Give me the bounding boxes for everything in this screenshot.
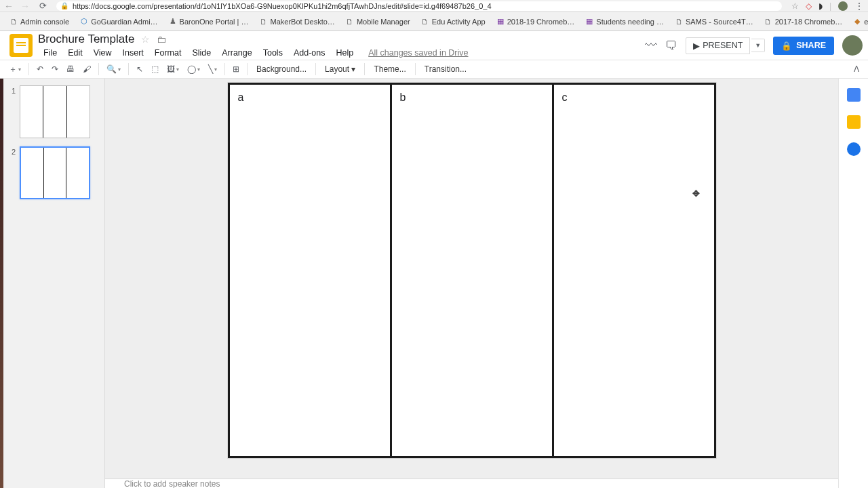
- play-icon: ▶: [693, 41, 700, 51]
- menu-insert[interactable]: Insert: [117, 47, 149, 59]
- slide-column-c[interactable]: c: [554, 85, 714, 456]
- background-button[interactable]: Background...: [252, 62, 311, 76]
- side-panel: [838, 79, 868, 488]
- select-tool[interactable]: ↖: [133, 62, 146, 76]
- page-icon: 🗋: [9, 18, 18, 26]
- layout-button[interactable]: Layout ▾: [320, 62, 360, 76]
- thumb-number: 2: [9, 146, 16, 156]
- transition-button[interactable]: Transition...: [420, 62, 471, 76]
- present-button[interactable]: ▶PRESENT: [686, 37, 750, 54]
- shield-icon: ⬡: [80, 18, 88, 26]
- page-icon: ◆: [853, 18, 861, 26]
- bookmark-item[interactable]: ▦2018-19 Chromeb…: [492, 16, 579, 27]
- move-cursor-icon: ✥: [692, 188, 700, 199]
- lock-icon: 🔒: [60, 2, 68, 9]
- menu-tools[interactable]: Tools: [258, 47, 288, 59]
- lock-icon: 🔒: [781, 41, 792, 51]
- thumb-item[interactable]: 1: [9, 85, 99, 138]
- slide[interactable]: a b c: [228, 83, 716, 458]
- filmstrip[interactable]: 1 2: [3, 79, 105, 488]
- bookmark-bar: 🗋Admin console ⬡GoGuardian Admi… ♟BaronO…: [0, 12, 868, 31]
- url-text: https://docs.google.com/presentation/d/1…: [73, 2, 492, 10]
- bookmark-item[interactable]: 🗋MakerBot Deskto…: [256, 16, 339, 27]
- speaker-notes-placeholder: Click to add speaker notes: [124, 479, 220, 489]
- doc-title[interactable]: Brochure Template: [38, 33, 134, 46]
- back-button[interactable]: ←: [4, 1, 14, 11]
- app-header: Brochure Template ☆ 🗀 File Edit View Ins…: [0, 31, 868, 60]
- reload-button[interactable]: ⟳: [39, 1, 47, 11]
- slide-column-b[interactable]: b: [392, 85, 554, 456]
- folder-icon[interactable]: 🗀: [157, 34, 166, 45]
- menu-edit[interactable]: Edit: [62, 47, 88, 59]
- redo-button[interactable]: ↷: [48, 62, 62, 76]
- save-status[interactable]: All changes saved in Drive: [363, 47, 473, 59]
- ext-icon-2[interactable]: ◗: [818, 1, 823, 11]
- body: 1 2 a b c ✥ Click to add speaker notes: [0, 79, 868, 488]
- bookmark-item[interactable]: 🗋Mobile Manager: [342, 16, 414, 27]
- star-icon[interactable]: ☆: [791, 1, 799, 11]
- ext-sep: |: [829, 1, 831, 11]
- toolbar: ＋▾ ↶ ↷ 🖶 🖌 🔍▾ ↖ ⬚ 🖼▾ ◯▾ ╲▾ ⊞ Background.…: [0, 60, 868, 79]
- menu-icon[interactable]: ⋮: [854, 1, 864, 12]
- bookmark-item[interactable]: ▦Students needing …: [581, 16, 668, 27]
- page-icon: 🗋: [675, 18, 683, 26]
- url-bar[interactable]: 🔒 https://docs.google.com/presentation/d…: [56, 1, 782, 11]
- new-slide-button[interactable]: ＋▾: [5, 62, 24, 77]
- star-icon[interactable]: ☆: [141, 34, 150, 45]
- bookmark-item[interactable]: ◆eCampus: Home: [849, 16, 868, 27]
- present-button-group: ▶PRESENT ▼: [686, 37, 765, 54]
- textbox-tool[interactable]: ⬚: [148, 62, 162, 76]
- page-icon: 🗋: [346, 18, 354, 26]
- profile-avatar[interactable]: [838, 1, 848, 11]
- bookmark-item[interactable]: 🗋Edu Activity App: [417, 16, 490, 27]
- line-tool[interactable]: ╲▾: [205, 62, 220, 76]
- print-button[interactable]: 🖶: [63, 62, 78, 76]
- ext-icon-1[interactable]: ◇: [806, 1, 812, 11]
- sheet-icon: ▦: [496, 18, 505, 26]
- sheet-icon: ▦: [585, 18, 593, 26]
- calendar-icon[interactable]: [847, 88, 861, 102]
- activity-icon[interactable]: 〰: [645, 39, 657, 53]
- nav-arrows: ← →: [4, 1, 30, 11]
- account-avatar[interactable]: [842, 35, 863, 56]
- theme-button[interactable]: Theme...: [369, 62, 410, 76]
- bookmark-item[interactable]: 🗋Admin console: [5, 16, 73, 27]
- bookmark-item[interactable]: ♟BaronOne Portal | …: [165, 16, 253, 27]
- menu-addons[interactable]: Add-ons: [288, 47, 331, 59]
- zoom-button[interactable]: 🔍▾: [103, 62, 124, 76]
- comment-tool[interactable]: ⊞: [229, 62, 243, 76]
- menu-help[interactable]: Help: [330, 47, 359, 59]
- shape-tool[interactable]: ◯▾: [184, 62, 203, 76]
- image-tool[interactable]: 🖼▾: [163, 62, 182, 76]
- tasks-icon[interactable]: [847, 142, 861, 156]
- canvas[interactable]: a b c ✥ Click to add speaker notes: [105, 79, 838, 488]
- slide-thumbnail-1[interactable]: [20, 85, 90, 138]
- thumb-number: 1: [9, 85, 16, 95]
- hide-menus-button[interactable]: ᐱ: [850, 62, 863, 76]
- menu-view[interactable]: View: [88, 47, 117, 59]
- slide-thumbnail-2[interactable]: [20, 146, 90, 199]
- browser-bar: ← → ⟳ 🔒 https://docs.google.com/presenta…: [0, 0, 868, 12]
- bookmark-item[interactable]: ⬡GoGuardian Admi…: [76, 16, 161, 27]
- bookmark-item[interactable]: 🗋2017-18 Chromeb…: [760, 16, 847, 27]
- menu-arrange[interactable]: Arrange: [216, 47, 257, 59]
- comment-icon[interactable]: 🗨: [665, 39, 677, 53]
- share-button[interactable]: 🔒SHARE: [773, 37, 834, 55]
- slide-column-a[interactable]: a: [230, 85, 392, 456]
- menu-file[interactable]: File: [38, 47, 62, 59]
- present-dropdown[interactable]: ▼: [751, 39, 765, 52]
- speaker-notes[interactable]: Click to add speaker notes: [105, 479, 838, 488]
- page-icon: 🗋: [260, 18, 268, 26]
- forward-button[interactable]: →: [20, 1, 30, 11]
- keep-icon[interactable]: [847, 115, 861, 129]
- menu-slide[interactable]: Slide: [186, 47, 216, 59]
- undo-button[interactable]: ↶: [33, 62, 47, 76]
- menu-format[interactable]: Format: [149, 47, 187, 59]
- page-icon: ♟: [169, 18, 177, 26]
- paint-format-button[interactable]: 🖌: [79, 62, 94, 76]
- thumb-item[interactable]: 2: [9, 146, 99, 199]
- browser-controls: ☆ ◇ ◗ | ⋮: [791, 1, 864, 12]
- page-icon: 🗋: [764, 18, 772, 26]
- slides-logo[interactable]: [9, 34, 33, 57]
- bookmark-item[interactable]: 🗋SAMS - Source4T…: [671, 16, 757, 27]
